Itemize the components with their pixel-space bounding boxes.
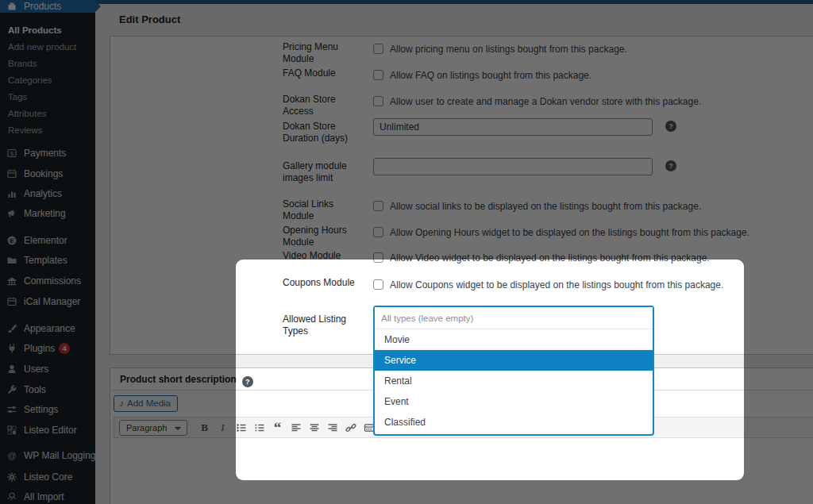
- field-description: Allow Opening Hours widget to be display…: [390, 227, 749, 238]
- gallery-limit-input[interactable]: [373, 158, 653, 175]
- sidebar-item-listeo-editor[interactable]: Listeo Editor: [0, 421, 95, 439]
- page-title: Edit Product: [119, 13, 180, 25]
- faq-checkbox[interactable]: [373, 70, 383, 80]
- svg-text:E: E: [10, 237, 14, 244]
- dollar-icon: $: [6, 148, 17, 159]
- sidebar-item-listeo-core[interactable]: Listeo Core: [0, 468, 95, 486]
- sidebar-item-templates[interactable]: Templates: [0, 252, 95, 269]
- field-description: Allow Video widget to be displayed on th…: [390, 252, 710, 264]
- help-icon[interactable]: ?: [242, 376, 253, 387]
- sidebar-item-commissions[interactable]: Commissions: [0, 272, 95, 290]
- sliders-icon: [6, 404, 17, 415]
- blocks-icon: [6, 425, 17, 436]
- sidebar-item-label: Products: [24, 1, 61, 12]
- calendar-icon: [6, 296, 17, 307]
- bold-button[interactable]: B: [195, 419, 214, 436]
- sidebar-item-bookings[interactable]: Bookings: [0, 165, 95, 183]
- sidebar-item-brands[interactable]: Brands: [0, 56, 95, 71]
- field-label: Pricing Menu Module: [283, 41, 367, 65]
- multiselect-search-input[interactable]: [375, 307, 653, 329]
- field-label: Allowed Listing Types: [283, 310, 367, 337]
- pricing-menu-checkbox[interactable]: [373, 44, 383, 54]
- blockquote-icon[interactable]: “: [268, 419, 287, 436]
- field-label: Dokan Store Duration (days): [283, 118, 367, 144]
- option-movie[interactable]: Movie: [375, 329, 653, 350]
- sidebar-item-all-products[interactable]: All Products: [0, 22, 95, 38]
- form-row-dokan-access: Dokan Store Access Allow user to create …: [283, 94, 806, 111]
- field-description: Allow user to create and manage a Dokan …: [390, 96, 701, 107]
- chevron-down-icon: [175, 427, 181, 430]
- option-service-highlighted[interactable]: Service: [375, 350, 653, 371]
- form-row-coupons: Coupons Module Allow Coupons widget to b…: [283, 277, 806, 294]
- sidebar-item-analytics[interactable]: Analytics: [0, 185, 95, 202]
- plugins-update-badge: 4: [59, 343, 70, 354]
- at-icon: @: [6, 447, 17, 464]
- numbered-list-icon[interactable]: [250, 419, 268, 436]
- italic-button[interactable]: I: [214, 419, 232, 436]
- field-description: Allow Coupons widget to be displayed on …: [390, 279, 723, 290]
- elementor-icon: E: [6, 235, 17, 246]
- sidebar-item-wp-mail-logging[interactable]: @ WP Mail Logging: [0, 447, 95, 464]
- form-row-social-links: Social Links Module Allow social links t…: [283, 198, 806, 216]
- dokan-access-checkbox[interactable]: [373, 96, 383, 106]
- panel-title: Product short description: [120, 374, 237, 385]
- octopus-icon: [6, 491, 17, 502]
- sidebar-item-elementor[interactable]: E Elementor: [0, 232, 95, 249]
- sidebar-item-settings[interactable]: Settings: [0, 401, 95, 418]
- coupons-checkbox[interactable]: [373, 279, 383, 290]
- sidebar-item-products-current[interactable]: Products: [0, 0, 95, 13]
- dokan-duration-input[interactable]: [373, 118, 653, 136]
- sidebar-item-tags[interactable]: Tags: [0, 89, 95, 105]
- sidebar-item-all-import[interactable]: All Import: [0, 488, 95, 504]
- gear-icon: [6, 471, 17, 483]
- wrench-icon: [6, 384, 17, 395]
- align-right-icon[interactable]: [323, 419, 341, 436]
- form-row-faq: FAQ Module Allow FAQ on listings bought …: [283, 67, 806, 85]
- sidebar-item-ical-manager[interactable]: iCal Manager: [0, 293, 95, 310]
- sidebar-item-marketing[interactable]: Marketing: [0, 205, 95, 222]
- sidebar-item-users[interactable]: Users: [0, 360, 95, 378]
- calendar-icon: [6, 168, 17, 179]
- video-checkbox[interactable]: [373, 252, 383, 263]
- sidebar-item-reviews[interactable]: Reviews: [0, 122, 95, 138]
- sidebar-item-tools[interactable]: Tools: [0, 381, 95, 398]
- form-row-gallery-limit: Gallery module images limit ?: [283, 158, 806, 187]
- bullet-list-icon[interactable]: [232, 419, 250, 436]
- form-row-dokan-duration: Dokan Store Duration (days) ?: [283, 118, 806, 147]
- sidebar-item-attributes[interactable]: Attributes: [0, 106, 95, 121]
- editor-content-area[interactable]: [114, 438, 813, 504]
- option-classified[interactable]: Classified: [375, 412, 653, 433]
- field-label: Social Links Module: [283, 198, 367, 222]
- products-box-icon: [6, 1, 17, 12]
- paragraph-format-select[interactable]: Paragraph: [119, 420, 187, 436]
- help-icon[interactable]: ?: [665, 160, 676, 171]
- align-left-icon[interactable]: [287, 419, 305, 436]
- bar-chart-icon: [6, 188, 17, 199]
- current-menu-arrow-icon: [95, 1, 101, 12]
- option-rental[interactable]: Rental: [375, 371, 653, 391]
- link-icon[interactable]: [341, 419, 360, 436]
- field-label: Dokan Store Access: [283, 94, 367, 117]
- sidebar-item-appearance[interactable]: Appearance: [0, 320, 95, 337]
- sidebar-item-categories[interactable]: Categories: [0, 72, 95, 88]
- help-icon[interactable]: ?: [665, 121, 676, 132]
- add-media-button[interactable]: ♪Add Media: [114, 395, 178, 412]
- sidebar-item-plugins[interactable]: Plugins4: [0, 340, 95, 357]
- bank-icon: [6, 275, 17, 287]
- align-center-icon[interactable]: [305, 419, 323, 436]
- folder-icon: [6, 255, 17, 266]
- option-event[interactable]: Event: [375, 391, 653, 412]
- form-row-opening-hours: Opening Hours Module Allow Opening Hours…: [283, 225, 806, 242]
- allowed-listing-types-multiselect: Movie Service Rental Event Classified: [373, 306, 654, 436]
- main-content: Edit Product Pricing Menu Module Allow p…: [95, 0, 813, 504]
- sidebar-item-payments[interactable]: $ Payments: [0, 144, 95, 162]
- brush-icon: [6, 323, 17, 334]
- megaphone-icon: [6, 208, 17, 219]
- svg-text:$: $: [10, 150, 14, 157]
- media-note-icon: ♪: [119, 398, 124, 409]
- social-links-checkbox[interactable]: [373, 201, 383, 211]
- field-label: Video Module: [283, 250, 367, 262]
- field-description: Allow social links to be displayed on th…: [390, 201, 701, 212]
- opening-hours-checkbox[interactable]: [373, 227, 383, 237]
- sidebar-item-add-new-product[interactable]: Add new product: [0, 39, 95, 55]
